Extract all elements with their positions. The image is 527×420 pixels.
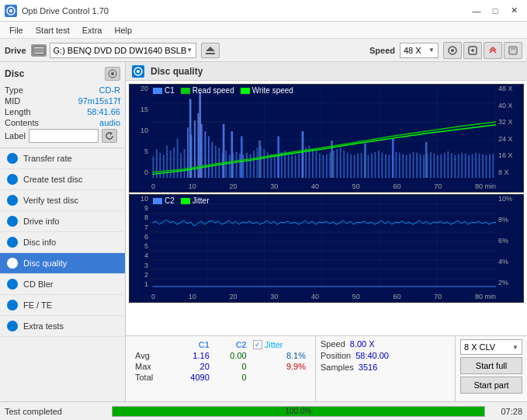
menu-start-test[interactable]: Start test	[29, 24, 76, 36]
chart1-y-labels-left: 20 15 10 5 0	[131, 85, 148, 176]
disc-info-button[interactable]	[105, 67, 120, 81]
svg-marker-4	[206, 47, 215, 51]
speed-dropdown[interactable]: 48 X ▼	[400, 43, 439, 58]
position-value: 58:40.00	[355, 351, 389, 360]
svg-rect-132	[223, 124, 225, 178]
create-test-disc-icon	[6, 173, 19, 186]
svg-rect-78	[316, 151, 317, 178]
svg-rect-12	[511, 47, 515, 50]
svg-rect-91	[361, 153, 362, 178]
label-input[interactable]	[29, 129, 99, 143]
fe-te-icon	[6, 299, 19, 311]
eject-button[interactable]	[201, 43, 220, 58]
avg-label: Avg	[132, 350, 172, 361]
svg-rect-116	[447, 151, 449, 178]
toolbar-btn-1[interactable]	[443, 42, 462, 59]
menu-file[interactable]: File	[3, 24, 29, 36]
sidebar-item-disc-quality[interactable]: Disc quality	[0, 253, 125, 274]
label-refresh-button[interactable]	[102, 129, 117, 143]
stats-max-row: Max 20 0 9.9%	[132, 361, 309, 372]
write-speed-legend-label: Write speed	[252, 86, 293, 95]
svg-marker-16	[110, 132, 113, 135]
svg-point-7	[451, 49, 454, 52]
jitter-checkbox[interactable]: ✓	[253, 340, 262, 349]
c2-legend-color	[153, 198, 162, 204]
sidebar-item-disc-info[interactable]: Disc info	[0, 232, 125, 253]
speed-clv-dropdown[interactable]: 8 X CLV ▼	[460, 339, 522, 355]
svg-rect-90	[357, 154, 359, 178]
disc-section: Disc Type CD-R MID 97m15s17f Length 58:4…	[0, 62, 125, 148]
svg-rect-119	[458, 154, 459, 178]
jitter-legend-color	[181, 198, 190, 204]
sidebar-item-cd-bler[interactable]: CD Bler	[0, 274, 125, 295]
svg-rect-63	[264, 149, 265, 178]
avg-c1: 1.16	[172, 350, 213, 361]
svg-rect-109	[423, 154, 425, 178]
sidebar-item-verify-test-disc[interactable]: Verify test disc	[0, 190, 125, 211]
cd-bler-icon	[6, 278, 19, 290]
mid-label: MID	[5, 96, 20, 106]
svg-rect-84	[336, 149, 338, 178]
chart1-x-labels: 0 10 20 30 40 50 60 70 80 min	[151, 182, 496, 190]
total-c1: 4090	[172, 372, 213, 383]
svg-rect-50	[218, 148, 220, 178]
type-label: Type	[5, 85, 23, 95]
chart2-svg	[149, 195, 496, 288]
verify-test-disc-icon	[6, 194, 19, 207]
transfer-rate-icon	[6, 152, 19, 165]
svg-rect-131	[199, 92, 201, 178]
stats-samples-row: Samples 3516	[321, 363, 450, 372]
svg-rect-5	[206, 53, 215, 54]
svg-rect-68	[281, 152, 283, 178]
drive-dropdown[interactable]: G:) BENQ DVD DD DW1640 BSLB ▼	[50, 43, 197, 58]
stats-table: C1 C2 ✓ Jitter Avg	[126, 336, 315, 401]
app-icon	[5, 5, 17, 17]
length-value: 58:41.66	[87, 107, 120, 116]
content-title: Disc quality	[151, 66, 203, 77]
toolbar: Drive G:) BENQ DVD DD DW1640 BSLB ▼ Spee…	[0, 39, 527, 62]
drive-dropdown-arrow: ▼	[186, 47, 192, 54]
sidebar-item-drive-info[interactable]: Drive info	[0, 211, 125, 232]
sidebar-item-extra-tests[interactable]: Extra tests	[0, 316, 125, 337]
toolbar-btn-3[interactable]	[484, 42, 502, 59]
svg-rect-129	[493, 154, 494, 178]
svg-rect-47	[208, 136, 210, 178]
svg-point-1	[9, 9, 12, 12]
menu-help[interactable]: Help	[108, 24, 138, 36]
svg-rect-137	[302, 131, 304, 178]
content-title-icon	[132, 65, 144, 78]
menu-bar: File Start test Extra Help	[0, 22, 527, 39]
menu-extra[interactable]: Extra	[76, 24, 109, 36]
cd-bler-label: CD Bler	[23, 279, 54, 289]
sidebar-item-transfer-rate[interactable]: Transfer rate	[0, 148, 125, 169]
svg-rect-89	[354, 154, 355, 178]
start-full-button[interactable]: Start full	[460, 357, 522, 374]
verify-test-disc-label: Verify test disc	[23, 196, 78, 205]
chart1-legend: C1 Read speed Write speed	[153, 86, 293, 95]
speed-label-stats: Speed	[321, 339, 345, 349]
maximize-button[interactable]: □	[487, 4, 504, 18]
chart2-x-labels: 0 10 20 30 40 50 60 70 80 min	[151, 293, 496, 300]
minimize-button[interactable]: —	[468, 4, 485, 18]
close-button[interactable]: ✕	[505, 4, 522, 18]
svg-rect-61	[257, 148, 258, 178]
svg-rect-86	[343, 151, 345, 178]
svg-rect-98	[385, 154, 387, 178]
toolbar-btn-2[interactable]	[463, 42, 482, 59]
sidebar-item-create-test-disc[interactable]: Create test disc	[0, 169, 125, 190]
svg-rect-40	[184, 149, 185, 178]
svg-rect-73	[298, 154, 300, 178]
toolbar-btn-save[interactable]	[504, 42, 522, 59]
status-text: Test completed	[5, 407, 106, 416]
svg-rect-120	[461, 153, 463, 178]
svg-rect-46	[205, 131, 206, 178]
start-part-button[interactable]: Start part	[460, 377, 522, 394]
sidebar-item-fe-te[interactable]: FE / TE	[0, 295, 125, 316]
svg-rect-66	[274, 154, 276, 178]
title-bar: Opti Drive Control 1.70 — □ ✕	[0, 0, 527, 22]
svg-rect-122	[468, 154, 470, 178]
content-area: Disc quality C1 Read speed	[126, 62, 527, 401]
svg-rect-13	[511, 50, 515, 54]
speed-label: Speed	[369, 46, 395, 55]
action-buttons: 8 X CLV ▼ Start full Start part	[455, 336, 527, 401]
